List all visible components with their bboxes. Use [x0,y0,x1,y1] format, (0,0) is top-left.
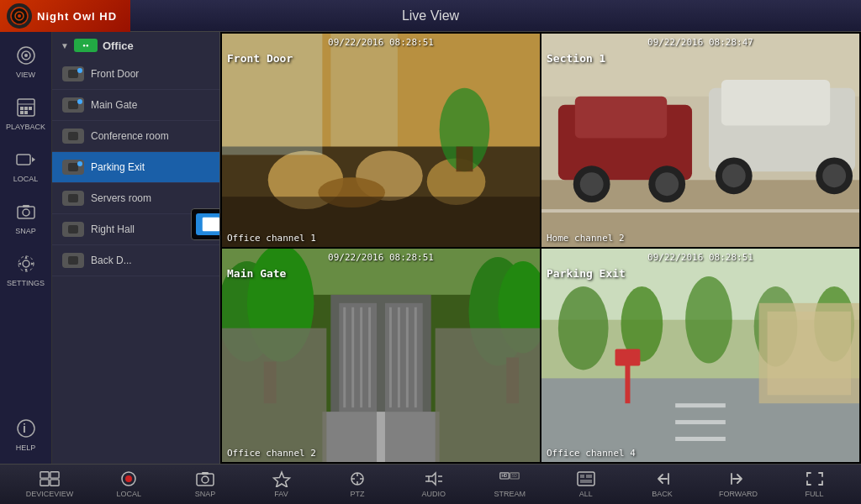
cam-icon-main-gate [62,97,84,113]
feed-cell-4[interactable]: 09/22/2016 08:28:51 Parking Exit Office … [541,249,859,462]
sidebar-item-help[interactable]: i HELP [2,409,50,459]
local-record-icon [119,470,139,487]
toolbar-fav[interactable]: FAV [258,468,304,501]
svg-rect-22 [203,218,219,231]
sidebar-item-view[interactable]: VIEW [2,36,50,87]
svg-rect-111 [389,307,392,407]
main-content: VIEW PLAYBACK [0,32,861,464]
svg-rect-133 [615,349,641,366]
toolbar-back[interactable]: BACK [639,468,685,501]
cam-icon-back-door [62,253,84,268]
camera-list: ▼ Office Front Door Main Gate Conference… [52,32,220,464]
grid-opt-1[interactable] [196,213,220,235]
ptz-label: PTZ [351,490,365,498]
svg-point-2 [18,14,21,18]
playback-icon [14,96,38,119]
cam-icon-parking-exit [62,160,84,175]
svg-rect-116 [377,412,385,462]
feed-cell-2[interactable]: 09/22/2016 08:28:47 Section 1 Home chann… [541,34,859,247]
svg-point-122 [558,286,609,370]
svg-rect-75 [330,34,398,146]
svg-rect-79 [222,197,540,247]
snap-toolbar-label: SNAP [195,490,216,498]
toolbar-stream[interactable]: HDSD STREAM [487,468,533,501]
feed-decor-3 [222,249,540,462]
audio-label: AUDIO [421,490,446,498]
svg-point-5 [24,54,28,57]
camera-item-back-door[interactable]: Back D... [52,245,219,276]
svg-marker-143 [273,472,289,487]
forward-label: FORWARD [719,490,758,498]
snap-toolbar-icon [195,470,215,487]
view-title: Live View [402,8,459,24]
svg-rect-117 [222,328,326,462]
snap-icon [14,200,38,223]
cam-icon-conference-room [62,129,84,144]
toolbar-full[interactable]: FULL [791,468,837,501]
svg-rect-160 [586,475,592,478]
toolbar-deviceview[interactable]: DEVICEVIEW [24,468,77,501]
logo-area: Night Owl HD [0,0,130,32]
toolbar-snap[interactable]: SNAP [182,468,228,501]
group-label: Office [103,39,134,52]
feed-cell-3[interactable]: 09/22/2016 08:28:51 Main Gate Office cha… [222,249,540,462]
stream-icon: HDSD [499,470,520,487]
cam-label-main-gate: Main Gate [91,99,209,111]
sidebar-item-playback[interactable]: PLAYBACK [2,88,50,139]
svg-text:SD: SD [512,474,518,478]
sidebar-item-snap[interactable]: SNAP [2,192,50,243]
camera-item-front-door[interactable]: Front Door [52,59,219,90]
svg-rect-161 [580,480,592,483]
cam-label-front-door: Front Door [91,68,209,80]
toolbar-ptz[interactable]: PTZ [335,468,381,501]
svg-point-124 [685,276,732,363]
svg-point-88 [655,172,679,196]
svg-rect-8 [20,107,24,110]
svg-rect-136 [40,480,49,486]
svg-point-20 [18,420,34,437]
fav-label: FAV [274,490,288,498]
svg-point-139 [125,475,132,482]
camera-item-parking-exit[interactable]: Parking Exit [52,152,219,183]
svg-rect-107 [343,307,346,407]
back-icon [652,470,672,487]
sidebar-item-local[interactable]: LOCAL [2,140,50,191]
toolbar-forward[interactable]: FORWARD [716,468,762,501]
logo-icon [7,3,32,29]
svg-rect-142 [202,472,209,475]
help-label: HELP [16,444,36,452]
cam-label-servers-room: Servers room [91,192,209,204]
svg-point-16 [23,209,29,216]
svg-rect-90 [721,80,830,126]
deviceview-icon [40,470,60,487]
snap-label: SNAP [15,227,36,235]
toolbar-local[interactable]: LOCAL [106,468,152,501]
svg-point-94 [822,164,846,187]
feed-decor-4 [541,249,859,462]
toolbar-audio[interactable]: AUDIO [410,468,457,501]
sidebar-item-settings[interactable]: SETTINGS [2,244,50,295]
cam-icon-right-hall [62,222,84,237]
cam-icon-servers-room [62,191,84,206]
feed-decor-2 [541,34,859,247]
top-bar: Night Owl HD Live View [0,0,861,32]
svg-rect-13 [17,155,30,165]
svg-rect-10 [29,107,32,110]
cam-icon-front-door [62,66,84,81]
camera-item-conference-room[interactable]: Conference room [52,121,219,152]
camera-item-main-gate[interactable]: Main Gate [52,90,219,121]
group-header-office[interactable]: ▼ Office [52,32,219,59]
cam-label-parking-exit: Parking Exit [91,161,209,173]
all-icon [576,470,596,487]
stream-label: STREAM [494,490,526,498]
feed-cell-1[interactable]: 09/22/2016 08:28:51 Front Door Office ch… [222,34,540,247]
svg-rect-95 [541,209,859,213]
toolbar-all[interactable]: ALL [563,468,609,501]
svg-text:HD: HD [502,474,508,478]
svg-rect-109 [360,307,362,407]
logo-text: Night Owl HD [37,10,117,23]
svg-rect-140 [197,474,214,486]
view-label: VIEW [16,71,35,79]
fav-icon [272,470,292,487]
settings-label: SETTINGS [7,279,45,287]
